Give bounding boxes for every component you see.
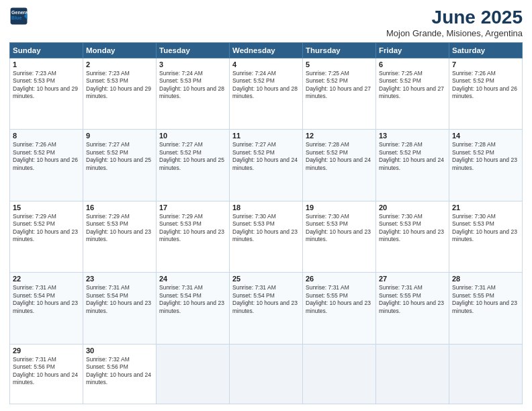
day-info: Sunrise: 7:29 AMSunset: 5:52 PMDaylight:… bbox=[13, 213, 78, 242]
day-3: 3 Sunrise: 7:24 AMSunset: 5:53 PMDayligh… bbox=[157, 58, 230, 130]
day-number: 12 bbox=[306, 132, 373, 140]
day-info: Sunrise: 7:28 AMSunset: 5:52 PMDaylight:… bbox=[452, 141, 517, 171]
day-17: 17 Sunrise: 7:29 AMSunset: 5:53 PMDaylig… bbox=[157, 201, 230, 272]
day-info: Sunrise: 7:26 AMSunset: 5:52 PMDaylight:… bbox=[452, 70, 517, 99]
day-number: 22 bbox=[13, 275, 80, 283]
day-number: 29 bbox=[13, 347, 80, 355]
day-info: Sunrise: 7:31 AMSunset: 5:54 PMDaylight:… bbox=[159, 284, 224, 314]
col-sunday: Sunday bbox=[10, 43, 83, 58]
day-number: 3 bbox=[159, 60, 226, 68]
day-number: 27 bbox=[379, 275, 446, 283]
month-title: June 2025 bbox=[386, 7, 523, 28]
logo-icon: General Blue bbox=[9, 7, 28, 26]
day-info: Sunrise: 7:23 AMSunset: 5:53 PMDaylight:… bbox=[13, 70, 78, 99]
day-29: 29 Sunrise: 7:31 AMSunset: 5:56 PMDaylig… bbox=[10, 344, 83, 404]
day-24: 24 Sunrise: 7:31 AMSunset: 5:54 PMDaylig… bbox=[157, 273, 230, 344]
day-info: Sunrise: 7:29 AMSunset: 5:53 PMDaylight:… bbox=[86, 213, 151, 242]
col-tuesday: Tuesday bbox=[157, 43, 230, 58]
day-number: 26 bbox=[306, 275, 373, 283]
day-14: 14 Sunrise: 7:28 AMSunset: 5:52 PMDaylig… bbox=[449, 130, 523, 201]
col-thursday: Thursday bbox=[303, 43, 376, 58]
day-number: 24 bbox=[159, 275, 226, 283]
day-number: 10 bbox=[159, 132, 226, 140]
col-wednesday: Wednesday bbox=[230, 43, 303, 58]
day-9: 9 Sunrise: 7:27 AMSunset: 5:52 PMDayligh… bbox=[83, 130, 157, 201]
day-23: 23 Sunrise: 7:31 AMSunset: 5:54 PMDaylig… bbox=[83, 273, 157, 344]
day-number: 4 bbox=[232, 60, 300, 68]
day-number: 25 bbox=[232, 275, 300, 283]
day-info: Sunrise: 7:31 AMSunset: 5:54 PMDaylight:… bbox=[13, 284, 78, 314]
day-info: Sunrise: 7:27 AMSunset: 5:52 PMDaylight:… bbox=[232, 141, 298, 171]
location: Mojon Grande, Misiones, Argentina bbox=[386, 28, 523, 38]
day-7: 7 Sunrise: 7:26 AMSunset: 5:52 PMDayligh… bbox=[449, 58, 523, 130]
svg-text:General: General bbox=[11, 10, 28, 15]
day-2: 2 Sunrise: 7:23 AMSunset: 5:53 PMDayligh… bbox=[83, 58, 157, 130]
calendar-page: General Blue June 2025 Mojon Grande, Mis… bbox=[0, 0, 532, 411]
day-15: 15 Sunrise: 7:29 AMSunset: 5:52 PMDaylig… bbox=[10, 201, 83, 272]
day-6: 6 Sunrise: 7:25 AMSunset: 5:52 PMDayligh… bbox=[376, 58, 449, 130]
day-number: 17 bbox=[159, 203, 226, 212]
day-info: Sunrise: 7:32 AMSunset: 5:56 PMDaylight:… bbox=[86, 356, 151, 385]
day-22: 22 Sunrise: 7:31 AMSunset: 5:54 PMDaylig… bbox=[10, 273, 83, 344]
day-1: 1 Sunrise: 7:23 AMSunset: 5:53 PMDayligh… bbox=[10, 58, 83, 130]
day-number: 30 bbox=[86, 347, 153, 355]
day-info: Sunrise: 7:30 AMSunset: 5:53 PMDaylight:… bbox=[306, 213, 371, 242]
day-info: Sunrise: 7:27 AMSunset: 5:52 PMDaylight:… bbox=[159, 141, 224, 171]
day-number: 21 bbox=[452, 203, 519, 212]
day-number: 6 bbox=[379, 60, 446, 68]
day-info: Sunrise: 7:31 AMSunset: 5:55 PMDaylight:… bbox=[452, 284, 517, 314]
day-10: 10 Sunrise: 7:27 AMSunset: 5:52 PMDaylig… bbox=[157, 130, 230, 201]
day-8: 8 Sunrise: 7:26 AMSunset: 5:52 PMDayligh… bbox=[10, 130, 83, 201]
day-info: Sunrise: 7:25 AMSunset: 5:52 PMDaylight:… bbox=[306, 70, 371, 99]
day-25: 25 Sunrise: 7:31 AMSunset: 5:54 PMDaylig… bbox=[230, 273, 303, 344]
empty-cell bbox=[230, 344, 303, 404]
empty-cell bbox=[303, 344, 376, 404]
day-info: Sunrise: 7:26 AMSunset: 5:52 PMDaylight:… bbox=[13, 141, 78, 171]
day-info: Sunrise: 7:28 AMSunset: 5:52 PMDaylight:… bbox=[306, 141, 371, 171]
day-number: 15 bbox=[13, 203, 80, 212]
day-number: 18 bbox=[232, 203, 300, 212]
day-number: 7 bbox=[452, 60, 519, 68]
calendar-table: Sunday Monday Tuesday Wednesday Thursday… bbox=[9, 42, 523, 404]
day-number: 2 bbox=[86, 60, 153, 68]
day-21: 21 Sunrise: 7:30 AMSunset: 5:53 PMDaylig… bbox=[449, 201, 523, 272]
day-info: Sunrise: 7:23 AMSunset: 5:53 PMDaylight:… bbox=[86, 70, 151, 99]
day-number: 23 bbox=[86, 275, 153, 283]
day-number: 11 bbox=[232, 132, 300, 140]
day-16: 16 Sunrise: 7:29 AMSunset: 5:53 PMDaylig… bbox=[83, 201, 157, 272]
day-18: 18 Sunrise: 7:30 AMSunset: 5:53 PMDaylig… bbox=[230, 201, 303, 272]
day-number: 5 bbox=[306, 60, 373, 68]
day-number: 8 bbox=[13, 132, 80, 140]
day-number: 28 bbox=[452, 275, 519, 283]
day-info: Sunrise: 7:31 AMSunset: 5:56 PMDaylight:… bbox=[13, 356, 78, 385]
day-number: 20 bbox=[379, 203, 446, 212]
day-info: Sunrise: 7:30 AMSunset: 5:53 PMDaylight:… bbox=[452, 213, 517, 242]
day-number: 13 bbox=[379, 132, 446, 140]
day-20: 20 Sunrise: 7:30 AMSunset: 5:53 PMDaylig… bbox=[376, 201, 449, 272]
weekday-header-row: Sunday Monday Tuesday Wednesday Thursday… bbox=[10, 43, 523, 58]
day-info: Sunrise: 7:30 AMSunset: 5:53 PMDaylight:… bbox=[232, 213, 298, 242]
day-5: 5 Sunrise: 7:25 AMSunset: 5:52 PMDayligh… bbox=[303, 58, 376, 130]
col-saturday: Saturday bbox=[449, 43, 523, 58]
day-4: 4 Sunrise: 7:24 AMSunset: 5:52 PMDayligh… bbox=[230, 58, 303, 130]
day-info: Sunrise: 7:29 AMSunset: 5:53 PMDaylight:… bbox=[159, 213, 224, 242]
day-19: 19 Sunrise: 7:30 AMSunset: 5:53 PMDaylig… bbox=[303, 201, 376, 272]
day-info: Sunrise: 7:25 AMSunset: 5:52 PMDaylight:… bbox=[379, 70, 444, 99]
day-info: Sunrise: 7:28 AMSunset: 5:52 PMDaylight:… bbox=[379, 141, 444, 171]
day-info: Sunrise: 7:30 AMSunset: 5:53 PMDaylight:… bbox=[379, 213, 444, 242]
day-number: 1 bbox=[13, 60, 80, 68]
day-30: 30 Sunrise: 7:32 AMSunset: 5:56 PMDaylig… bbox=[83, 344, 157, 404]
title-block: June 2025 Mojon Grande, Misiones, Argent… bbox=[386, 7, 523, 38]
day-number: 14 bbox=[452, 132, 519, 140]
day-info: Sunrise: 7:24 AMSunset: 5:52 PMDaylight:… bbox=[232, 70, 298, 99]
logo: General Blue bbox=[9, 7, 28, 26]
day-info: Sunrise: 7:31 AMSunset: 5:55 PMDaylight:… bbox=[379, 284, 444, 314]
day-info: Sunrise: 7:31 AMSunset: 5:54 PMDaylight:… bbox=[232, 284, 298, 314]
day-info: Sunrise: 7:27 AMSunset: 5:52 PMDaylight:… bbox=[86, 141, 151, 171]
empty-cell bbox=[449, 344, 523, 404]
day-13: 13 Sunrise: 7:28 AMSunset: 5:52 PMDaylig… bbox=[376, 130, 449, 201]
day-number: 16 bbox=[86, 203, 153, 212]
col-friday: Friday bbox=[376, 43, 449, 58]
day-info: Sunrise: 7:24 AMSunset: 5:53 PMDaylight:… bbox=[159, 70, 224, 99]
day-12: 12 Sunrise: 7:28 AMSunset: 5:52 PMDaylig… bbox=[303, 130, 376, 201]
